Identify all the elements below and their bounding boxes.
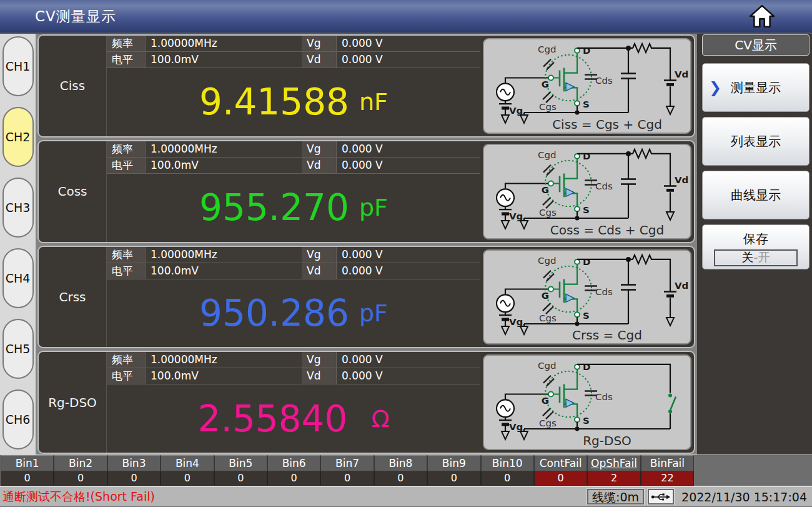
circuit-label-cgd: Cgd bbox=[538, 44, 556, 55]
bin-column: Bin100 bbox=[481, 455, 534, 486]
circuit-label-cgs: Cgs bbox=[539, 101, 557, 113]
vg-label: Vg bbox=[302, 352, 337, 368]
bin-header: Bin5 bbox=[214, 455, 267, 471]
circuit-label-d: D bbox=[583, 361, 590, 373]
circuit-label-d: D bbox=[583, 151, 590, 162]
channel-button-ch5[interactable]: CH5 bbox=[2, 319, 34, 379]
vg-label: Vg bbox=[302, 36, 337, 52]
vg-value: 0.000 V bbox=[337, 141, 480, 158]
bin-column: Bin60 bbox=[267, 455, 320, 486]
freq-label: 频率 bbox=[107, 141, 146, 158]
channel-button-ch4[interactable]: CH4 bbox=[2, 248, 34, 308]
bin-count: 0 bbox=[481, 471, 534, 486]
measurement-conditions: 频率 1.00000MHz Vg 0.000 V 电平 100.0mV Vd 0… bbox=[107, 36, 480, 68]
panel-title: Crss bbox=[39, 247, 106, 348]
menu-button-label: 曲线显示 bbox=[731, 187, 781, 204]
status-bar: 通断测试不合格!(Short Fail) 线缆:0m 2022/11/30 15… bbox=[0, 486, 812, 506]
circuit-label-vd: Vd bbox=[675, 69, 688, 81]
panel-readout: 频率 1.00000MHz Vg 0.000 V 电平 100.0mV Vd 0… bbox=[106, 247, 480, 348]
bin-result-table: Bin10 Bin20 Bin30 Bin40 Bin50 Bin60 Bin7… bbox=[0, 454, 812, 486]
circuit-diagram-crss: VgGDSCgdCdsCgsVd Crss = Cgd bbox=[483, 249, 691, 345]
level-value: 100.0mV bbox=[146, 263, 302, 279]
panel-coss: Coss 频率 1.00000MHz Vg 0.000 V 电平 100.0mV… bbox=[37, 140, 695, 243]
circuit-label-cgd: Cgd bbox=[538, 149, 556, 161]
circuit-label-vd: Vd bbox=[675, 174, 688, 186]
circuit-label-d: D bbox=[583, 45, 590, 56]
bin-header: Bin7 bbox=[320, 455, 374, 471]
bin-count: 0 bbox=[107, 471, 161, 486]
menu-button-curve-display[interactable]: 曲线显示 bbox=[702, 171, 810, 219]
vg-value: 0.000 V bbox=[337, 36, 480, 52]
bin-column: OpShFail2 bbox=[587, 455, 640, 486]
bin-header: Bin1 bbox=[1, 455, 54, 471]
bin-count: 0 bbox=[267, 471, 320, 486]
panel-crss: Crss 频率 1.00000MHz Vg 0.000 V 电平 100.0mV… bbox=[37, 246, 695, 349]
freq-value: 1.00000MHz bbox=[146, 141, 302, 158]
level-value: 100.0mV bbox=[146, 368, 302, 384]
bin-header: Bin3 bbox=[107, 455, 161, 471]
save-label: 保存 bbox=[743, 231, 768, 248]
vg-label: Vg bbox=[302, 247, 337, 263]
bin-count: 0 bbox=[214, 471, 267, 486]
circuit-label-g: G bbox=[542, 290, 549, 301]
value-number: 955.270 bbox=[199, 186, 349, 229]
vg-label: Vg bbox=[302, 141, 337, 158]
circuit-label-cds: Cds bbox=[595, 75, 613, 86]
circuit-label-cgd: Cgd bbox=[538, 254, 556, 266]
panel-rg-dso: Rg-DSO 频率 1.00000MHz Vg 0.000 V 电平 100.0… bbox=[37, 351, 695, 454]
circuit-label-cds: Cds bbox=[595, 392, 613, 403]
bin-count: 0 bbox=[427, 471, 480, 486]
measurement-panels: Ciss 频率 1.00000MHz Vg 0.000 V 电平 100.0mV… bbox=[36, 34, 697, 454]
menu-button-label: 列表显示 bbox=[731, 133, 781, 150]
freq-value: 1.00000MHz bbox=[146, 352, 302, 368]
measured-value: 955.270 pF bbox=[107, 174, 480, 242]
channel-button-ch2[interactable]: CH2 bbox=[2, 107, 34, 167]
bin-header: ContFail bbox=[534, 455, 587, 471]
channel-button-ch3[interactable]: CH3 bbox=[2, 178, 34, 238]
bin-column: Bin20 bbox=[54, 455, 107, 486]
measurement-conditions: 频率 1.00000MHz Vg 0.000 V 电平 100.0mV Vd 0… bbox=[107, 247, 480, 279]
panel-readout: 频率 1.00000MHz Vg 0.000 V 电平 100.0mV Vd 0… bbox=[106, 352, 480, 453]
circuit-caption: Rg-DSO bbox=[529, 433, 685, 448]
circuit-label-s: S bbox=[583, 415, 590, 426]
menu-button-label: 测量显示 bbox=[731, 79, 781, 96]
channel-button-ch1[interactable]: CH1 bbox=[2, 36, 34, 96]
panel-readout: 频率 1.00000MHz Vg 0.000 V 电平 100.0mV Vd 0… bbox=[106, 36, 480, 136]
bin-column: Bin10 bbox=[1, 455, 54, 486]
alarm-message: 通断测试不合格!(Short Fail) bbox=[2, 489, 155, 505]
datetime-display: 2022/11/30 15:17:04 bbox=[681, 490, 807, 504]
bin-count: 0 bbox=[1, 471, 54, 486]
circuit-diagram-coss: VgGDSCgdCdsCgsVd Coss = Cds + Cgd bbox=[483, 144, 691, 239]
toggle-off-label: 关 bbox=[742, 249, 754, 266]
vd-value: 0.000 V bbox=[337, 368, 480, 384]
freq-value: 1.00000MHz bbox=[146, 247, 302, 263]
measured-value: 950.286 pF bbox=[107, 279, 480, 348]
value-unit: Ω bbox=[371, 405, 389, 433]
menu-button-save[interactable]: 保存 关 - 开 bbox=[702, 224, 810, 269]
save-off-on-toggle[interactable]: 关 - 开 bbox=[714, 249, 798, 266]
home-icon[interactable] bbox=[748, 4, 776, 29]
status-right-group: 线缆:0m 2022/11/30 15:17:04 bbox=[587, 489, 807, 504]
freq-label: 频率 bbox=[107, 36, 146, 52]
menu-button-measure-display[interactable]: ❯ 测量显示 bbox=[702, 63, 810, 112]
channel-button-ch6[interactable]: CH6 bbox=[2, 389, 34, 449]
bin-column: Bin40 bbox=[161, 455, 214, 486]
circuit-label-d: D bbox=[583, 256, 590, 267]
bin-column: Bin30 bbox=[107, 455, 161, 486]
freq-label: 频率 bbox=[107, 247, 146, 263]
bin-header: Bin4 bbox=[161, 455, 214, 471]
bin-header: Bin10 bbox=[481, 455, 534, 471]
measurement-conditions: 频率 1.00000MHz Vg 0.000 V 电平 100.0mV Vd 0… bbox=[107, 141, 480, 174]
menu-button-list-display[interactable]: 列表显示 bbox=[702, 117, 810, 166]
value-unit: pF bbox=[359, 299, 388, 327]
panel-title: Ciss bbox=[39, 36, 106, 136]
menu-header: CV显示 bbox=[702, 34, 810, 56]
level-label: 电平 bbox=[107, 158, 146, 174]
circuit-label-vd: Vd bbox=[675, 280, 688, 291]
level-label: 电平 bbox=[107, 368, 146, 384]
circuit-label-cds: Cds bbox=[595, 286, 613, 298]
value-unit: pF bbox=[359, 194, 388, 221]
circuit-diagram-rg-dso: VgGDSCgdCdsCgs Rg-DSO bbox=[483, 354, 691, 450]
bin-header: Bin6 bbox=[267, 455, 320, 471]
level-label: 电平 bbox=[107, 263, 146, 279]
